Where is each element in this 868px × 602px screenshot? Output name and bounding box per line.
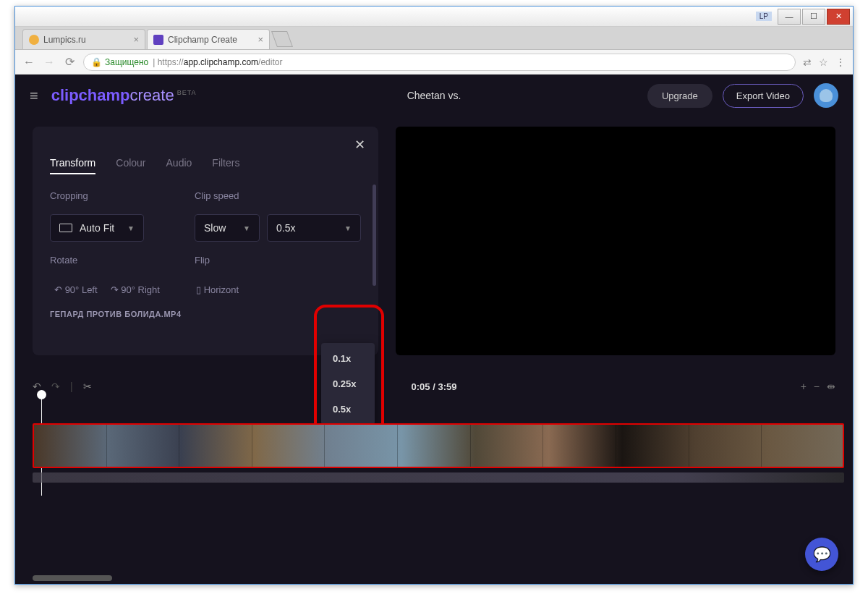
tab-audio[interactable]: Audio (166, 157, 192, 174)
cropping-label: Cropping (50, 190, 180, 201)
audio-track[interactable] (33, 472, 844, 483)
menu-icon[interactable]: ⋮ (835, 56, 846, 68)
address-actions: ⇄ ☆ ⋮ (803, 56, 846, 68)
horizontal-scrollbar[interactable] (33, 575, 112, 581)
star-icon[interactable]: ☆ (819, 56, 828, 68)
rotate-left-button[interactable]: ↶ 90° Left (54, 284, 98, 295)
favicon-icon (153, 35, 163, 45)
chat-button[interactable]: 💬 (805, 538, 838, 571)
window-minimize-button[interactable]: — (778, 9, 801, 25)
project-title[interactable]: Cheetan vs. (407, 90, 461, 101)
hamburger-icon[interactable]: ≡ (30, 88, 38, 104)
chat-icon: 💬 (813, 546, 831, 563)
window-maximize-button[interactable]: ☐ (802, 9, 825, 25)
secure-badge: 🔒 Защищено (91, 57, 148, 67)
tab-clipchamp[interactable]: Clipchamp Create × (147, 29, 270, 49)
timeline-time: 0:05 / 3:59 (412, 381, 457, 392)
reload-icon[interactable]: ⟳ (63, 55, 76, 69)
timeline-toolbar: ↶ ↷ | ✂ 0:05 / 3:59 + − ⇹ (15, 374, 853, 399)
browser-tabbar: Lumpics.ru × Clipchamp Create × (15, 27, 853, 50)
back-icon[interactable]: ← (22, 56, 35, 69)
app-logo: clipchampcreateBETA (51, 86, 197, 105)
tab-close-icon[interactable]: × (133, 34, 139, 45)
fit-icon[interactable]: ⇹ (827, 381, 835, 392)
translate-icon[interactable]: ⇄ (803, 56, 812, 68)
panel-scrollbar[interactable] (373, 185, 376, 286)
url-input[interactable]: 🔒 Защищено | https://app.clipchamp.com/e… (83, 54, 796, 71)
split-icon[interactable]: ✂ (83, 381, 92, 392)
browser-window: LP — ☐ ✕ Lumpics.ru × Clipchamp Create ×… (14, 6, 854, 585)
cropping-select[interactable]: Auto Fit ▼ (50, 214, 144, 242)
tab-close-icon[interactable]: × (258, 34, 263, 45)
rotate-right-button[interactable]: ↷ 90° Right (111, 284, 160, 295)
preview-viewport[interactable] (396, 127, 835, 355)
window-close-button[interactable]: ✕ (827, 9, 850, 25)
zoom-in-icon[interactable]: + (801, 381, 807, 392)
video-track[interactable] (33, 423, 844, 468)
clip-speed-label: Clip speed (195, 190, 361, 201)
rotate-label: Rotate (50, 255, 180, 266)
new-tab-button[interactable] (271, 31, 293, 47)
secure-label: Защищено (105, 57, 148, 67)
tab-filters[interactable]: Filters (212, 157, 239, 174)
flip-horizontal-button[interactable]: ▯ Horizont (196, 284, 239, 295)
properties-panel: ✕ Transform Colour Audio Filters Croppin… (33, 127, 378, 355)
speed-mode-select[interactable]: Slow ▼ (195, 214, 260, 242)
speed-mode-value: Slow (204, 222, 226, 234)
cropping-value: Auto Fit (80, 222, 114, 234)
zoom-out-icon[interactable]: − (814, 381, 820, 392)
tab-label: Lumpics.ru (43, 35, 86, 45)
flip-label: Flip (195, 255, 361, 266)
chevron-down-icon: ▼ (243, 224, 250, 232)
app-header: ≡ clipchampcreateBETA Cheetan vs. Upgrad… (15, 75, 853, 116)
favicon-icon (29, 35, 39, 45)
chevron-down-icon: ▼ (344, 224, 352, 232)
url-scheme: https:// (158, 57, 184, 67)
export-video-button[interactable]: Export Video (723, 84, 804, 108)
user-badge: LP (756, 12, 772, 21)
tab-colour[interactable]: Colour (116, 157, 145, 174)
address-bar: ← → ⟳ 🔒 Защищено | https://app.clipchamp… (15, 50, 853, 75)
window-titlebar: LP — ☐ ✕ (15, 7, 853, 27)
panel-tabs: Transform Colour Audio Filters (50, 157, 361, 174)
tab-transform[interactable]: Transform (50, 157, 95, 174)
autofit-icon (59, 224, 72, 232)
editor-row: ✕ Transform Colour Audio Filters Croppin… (15, 116, 853, 355)
speed-option[interactable]: 0.1x (321, 346, 375, 371)
upgrade-button[interactable]: Upgrade (647, 84, 712, 108)
speed-value-select[interactable]: 0.5x ▼ (267, 214, 361, 242)
clip-filename: ГЕПАРД ПРОТИВ БОЛИДА.MP4 (50, 310, 361, 318)
timeline-ruler[interactable] (33, 403, 844, 413)
url-path: /editor (258, 57, 282, 67)
speed-value: 0.5x (276, 222, 295, 234)
app-root: ≡ clipchampcreateBETA Cheetan vs. Upgrad… (15, 75, 853, 584)
redo-icon[interactable]: ↷ (51, 381, 60, 392)
timeline[interactable] (15, 399, 853, 507)
forward-icon[interactable]: → (43, 56, 56, 69)
url-host: app.clipchamp.com (184, 57, 258, 67)
tab-label: Clipchamp Create (168, 35, 237, 45)
chevron-down-icon: ▼ (127, 224, 135, 232)
lock-icon: 🔒 (91, 57, 102, 67)
tab-lumpics[interactable]: Lumpics.ru × (22, 29, 145, 49)
close-icon[interactable]: ✕ (354, 137, 365, 153)
avatar[interactable] (814, 83, 838, 108)
